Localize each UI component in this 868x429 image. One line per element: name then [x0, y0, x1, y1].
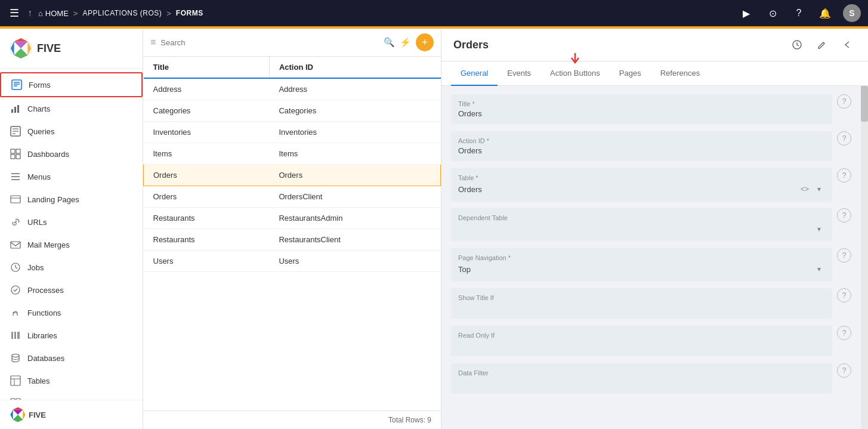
read-only-if-field-row: Read Only If ?: [451, 326, 851, 356]
avatar[interactable]: S: [843, 4, 861, 22]
table-cell-action-id: Orders: [269, 165, 440, 186]
table-code-btn[interactable]: <>: [799, 183, 811, 195]
table-row[interactable]: Items Items: [144, 143, 441, 165]
table-row[interactable]: Orders OrdersClient: [144, 186, 441, 208]
sidebar-item-queries[interactable]: Queries: [0, 120, 143, 143]
home-icon: ⌂: [38, 9, 43, 18]
five-logo-icon: [10, 37, 32, 60]
svg-rect-7: [17, 105, 19, 113]
home-link[interactable]: ⌂ HOME: [38, 9, 69, 18]
sidebar-item-charts[interactable]: Charts: [0, 97, 143, 120]
table-row[interactable]: Categories Categories: [144, 100, 441, 122]
svg-rect-14: [11, 155, 15, 159]
sidebar-footer: FIVE: [0, 400, 143, 429]
title-help-button[interactable]: ?: [837, 94, 851, 109]
table-cell-action-id: RestaurantsAdmin: [269, 208, 440, 229]
table-cell-action-id: Inventories: [269, 122, 440, 143]
title-field[interactable]: Title * Orders: [451, 94, 832, 124]
show-title-if-field-label: Show Title If: [458, 294, 825, 301]
applications-label[interactable]: APPLICATIONS (ROS): [82, 9, 162, 17]
table-row[interactable]: Restaurants RestaurantsAdmin: [144, 208, 441, 229]
data-filter-field[interactable]: Data Filter: [451, 363, 832, 394]
column-header-title[interactable]: Title: [144, 57, 270, 78]
bell-icon[interactable]: 🔔: [817, 5, 833, 21]
table-row[interactable]: Restaurants RestaurantsClient: [144, 229, 441, 251]
read-only-if-help-button[interactable]: ?: [837, 326, 851, 340]
page-navigation-dropdown-btn[interactable]: ▾: [813, 263, 825, 275]
sidebar-item-menus[interactable]: Menus: [0, 165, 143, 188]
sidebar-item-mail-merges[interactable]: Mail Merges: [0, 233, 143, 256]
add-button[interactable]: +: [416, 33, 434, 51]
breadcrumb-sep-1: >: [73, 9, 78, 18]
table-field[interactable]: Table * Orders <> ▾: [451, 168, 832, 201]
table-cell-title: Orders: [144, 165, 270, 186]
table-help-button[interactable]: ?: [837, 168, 851, 183]
hamburger-icon[interactable]: ☰: [7, 4, 21, 22]
table-field-value: Orders: [458, 185, 799, 194]
dependent-table-help-button[interactable]: ?: [837, 208, 851, 223]
show-title-if-field[interactable]: Show Title If: [451, 288, 832, 319]
table-dropdown-btn[interactable]: ▾: [813, 183, 825, 195]
back-icon: [842, 39, 852, 50]
detail-scrollbar[interactable]: [861, 86, 868, 429]
main-layout: FIVE Forms: [0, 29, 868, 429]
sidebar-item-instances[interactable]: Instances: [0, 392, 143, 400]
scrollbar-thumb[interactable]: [861, 86, 868, 122]
forms-breadcrumb-label: FORMS: [176, 9, 203, 17]
sidebar-item-forms[interactable]: Forms: [0, 72, 143, 97]
sidebar-item-urls[interactable]: URLs: [0, 211, 143, 233]
tab-pages[interactable]: Pages: [610, 61, 651, 86]
databases-icon: [10, 352, 21, 364]
sidebar-item-processes[interactable]: Processes: [0, 279, 143, 301]
history-button[interactable]: [788, 36, 806, 54]
tab-references[interactable]: References: [651, 61, 709, 86]
sidebar-item-functions[interactable]: Functions: [0, 301, 143, 324]
landing-pages-icon: [10, 193, 21, 205]
back-button[interactable]: [838, 36, 856, 54]
action-id-help-button[interactable]: ?: [837, 131, 851, 146]
sidebar-item-dashboards[interactable]: Dashboards: [0, 143, 143, 165]
svg-rect-13: [16, 149, 20, 153]
page-navigation-field[interactable]: Page Navigation * Top ▾: [451, 248, 832, 281]
tab-general[interactable]: General: [451, 61, 498, 86]
table-panel: ≡ 🔍 ⚡ + Title Action ID Address: [143, 29, 441, 429]
tab-action-buttons[interactable]: Action Buttons: [540, 61, 610, 86]
sidebar-item-databases[interactable]: Databases: [0, 347, 143, 369]
svg-rect-5: [11, 109, 13, 113]
table-cell-action-id: Users: [269, 251, 440, 272]
action-id-field[interactable]: Action ID * Orders: [451, 131, 832, 161]
dependent-table-dropdown-btn[interactable]: ▾: [813, 223, 825, 235]
show-title-if-help-button[interactable]: ?: [837, 288, 851, 303]
tab-events[interactable]: Events: [498, 61, 540, 86]
table-row[interactable]: Users Users: [144, 251, 441, 272]
read-only-if-field-label: Read Only If: [458, 332, 825, 339]
sidebar-item-jobs[interactable]: Jobs: [0, 256, 143, 279]
table-cell-title: Inventories: [144, 122, 270, 143]
play-icon[interactable]: ▶: [738, 5, 755, 21]
sidebar-item-libraries[interactable]: Libraries: [0, 324, 143, 347]
libraries-icon: [10, 329, 21, 341]
help-icon[interactable]: ?: [790, 5, 807, 21]
sidebar-item-menus-label: Menus: [27, 172, 51, 181]
filter-icon[interactable]: ≡: [150, 37, 156, 48]
dependent-table-field[interactable]: Dependent Table ▾: [451, 208, 832, 241]
search-nav-icon[interactable]: ⊙: [764, 5, 781, 21]
search-input[interactable]: [160, 38, 379, 47]
sidebar-item-landing-pages-label: Landing Pages: [27, 195, 79, 204]
up-arrow-icon[interactable]: ↑: [27, 8, 32, 18]
read-only-if-field[interactable]: Read Only If: [451, 326, 832, 356]
search-icon[interactable]: 🔍: [384, 37, 395, 48]
table-row[interactable]: Address Address: [144, 78, 441, 100]
edit-button[interactable]: [813, 36, 831, 54]
column-header-action-id[interactable]: Action ID: [269, 57, 440, 78]
sidebar-item-tables-label: Tables: [27, 376, 50, 385]
table-row[interactable]: Orders Orders: [144, 165, 441, 186]
functions-icon: [10, 307, 21, 319]
sidebar-item-tables[interactable]: Tables: [0, 369, 143, 392]
lightning-icon[interactable]: ⚡: [400, 37, 411, 48]
page-navigation-help-button[interactable]: ?: [837, 248, 851, 263]
sidebar-item-landing-pages[interactable]: Landing Pages: [0, 188, 143, 211]
data-filter-help-button[interactable]: ?: [837, 363, 851, 378]
top-nav-icons: ▶ ⊙ ? 🔔 S: [738, 4, 861, 22]
table-row[interactable]: Inventories Inventories: [144, 122, 441, 143]
